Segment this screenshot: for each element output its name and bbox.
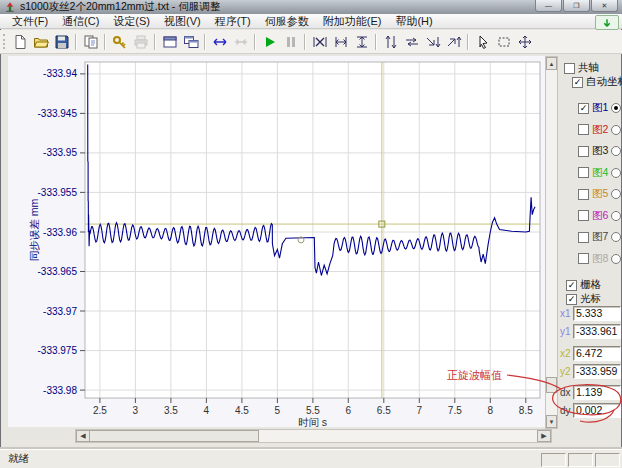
x1-input[interactable]: 5.333 bbox=[573, 306, 621, 321]
series-radio[interactable] bbox=[611, 103, 621, 113]
zoom-fit-button[interactable] bbox=[309, 32, 330, 52]
menu-item-1[interactable]: 文件(F) bbox=[5, 14, 55, 29]
shift-down-button[interactable] bbox=[422, 32, 443, 52]
series-radio[interactable] bbox=[611, 211, 621, 221]
print-button[interactable] bbox=[130, 32, 151, 52]
dx-input[interactable]: 1.139 bbox=[573, 385, 621, 400]
horizontal-scroll-thumb[interactable] bbox=[89, 430, 259, 442]
checkbox[interactable]: ✓ bbox=[566, 280, 577, 291]
menu-item-4[interactable]: 视图(V) bbox=[157, 14, 208, 29]
series-toggle-图8[interactable]: 图8 bbox=[578, 252, 621, 266]
y-tick-label: -333.98 bbox=[43, 385, 77, 396]
shift-up-button[interactable] bbox=[443, 32, 464, 52]
series-label: 图4 bbox=[592, 166, 608, 180]
toolbar-separator bbox=[154, 34, 156, 50]
checkbox[interactable] bbox=[578, 253, 589, 264]
scroll-left-arrow[interactable]: ◀ bbox=[76, 430, 90, 442]
series-toggle-图7[interactable]: 图7 bbox=[578, 230, 621, 244]
x-tick-label: 3 bbox=[133, 405, 139, 416]
menu-item-2[interactable]: 通信(C) bbox=[55, 14, 106, 29]
vertical-scrollbar[interactable]: ▲ ▼ bbox=[545, 56, 558, 429]
checkbox[interactable] bbox=[564, 63, 575, 74]
green-down-arrow-icon bbox=[602, 18, 612, 28]
copy-button[interactable] bbox=[80, 32, 101, 52]
horizontal-scrollbar[interactable]: ◀ ▶ bbox=[75, 429, 552, 443]
dy-input[interactable]: 0.002 bbox=[573, 403, 621, 418]
y2-input[interactable]: -333.959 bbox=[573, 364, 621, 379]
pause-button[interactable] bbox=[280, 32, 301, 52]
series-toggle-图1[interactable]: ✓图1 bbox=[578, 101, 621, 115]
open-file-icon bbox=[33, 34, 49, 50]
scroll-down-arrow[interactable]: ▼ bbox=[546, 415, 557, 428]
window-title: s1000攻丝2个20mm12mm过.txt - 伺服调整 bbox=[20, 0, 220, 14]
cursor-checkbox[interactable]: ✓光标 bbox=[566, 292, 601, 306]
minimize-button[interactable]: — bbox=[535, 0, 562, 12]
save-file-button[interactable] bbox=[51, 32, 72, 52]
menu-item-5[interactable]: 程序(T) bbox=[208, 14, 258, 29]
collapse-horizontal-button[interactable] bbox=[230, 32, 251, 52]
coaxial-checkbox[interactable]: 共轴 bbox=[564, 61, 599, 75]
select-region-button[interactable] bbox=[493, 32, 514, 52]
axis-scale-x-button[interactable] bbox=[401, 32, 422, 52]
series-toggle-图2[interactable]: 图2 bbox=[578, 123, 621, 137]
new-file-button[interactable] bbox=[9, 32, 30, 52]
key-button[interactable] bbox=[109, 32, 130, 52]
series-radio[interactable] bbox=[611, 254, 621, 264]
checkbox[interactable]: ✓ bbox=[566, 294, 577, 305]
series-toggle-图5[interactable]: 图5 bbox=[578, 187, 621, 201]
y1-input[interactable]: -333.961 bbox=[573, 324, 621, 339]
series-label: 图1 bbox=[592, 101, 608, 115]
x-tick-label: 2.5 bbox=[93, 405, 107, 416]
checkbox[interactable] bbox=[578, 167, 589, 178]
window-tile-button[interactable] bbox=[159, 32, 180, 52]
checkbox[interactable] bbox=[578, 146, 589, 157]
maximize-button[interactable]: ❐ bbox=[563, 0, 590, 12]
series-radio[interactable] bbox=[611, 232, 621, 242]
series-radio[interactable] bbox=[611, 146, 621, 156]
checkbox[interactable] bbox=[578, 210, 589, 221]
zoom-horizontal-button[interactable] bbox=[330, 32, 351, 52]
series-radio[interactable] bbox=[611, 168, 621, 178]
grid-checkbox[interactable]: ✓栅格 bbox=[566, 278, 601, 292]
axis-scale-y-button[interactable] bbox=[380, 32, 401, 52]
menu-item-3[interactable]: 设定(S) bbox=[106, 14, 157, 29]
scroll-right-arrow[interactable]: ▶ bbox=[537, 430, 551, 442]
collapse-horizontal-icon bbox=[233, 34, 249, 50]
copy-icon bbox=[83, 34, 99, 50]
checkbox[interactable] bbox=[578, 189, 589, 200]
toolbar-separator bbox=[304, 34, 306, 50]
window-cascade-button[interactable] bbox=[180, 32, 201, 52]
zoom-vertical-button[interactable] bbox=[351, 32, 372, 52]
quick-down-button[interactable] bbox=[595, 15, 619, 30]
close-button[interactable]: ✕ bbox=[591, 0, 618, 12]
pan-button[interactable] bbox=[514, 32, 535, 52]
play-button[interactable] bbox=[259, 32, 280, 52]
pan-icon bbox=[517, 34, 533, 50]
menu-item-7[interactable]: 附加功能(E) bbox=[316, 14, 389, 29]
checkbox[interactable]: ✓ bbox=[572, 77, 583, 88]
scroll-up-arrow[interactable]: ▲ bbox=[546, 57, 557, 70]
series-radio[interactable] bbox=[611, 189, 621, 199]
expand-horizontal-button[interactable] bbox=[209, 32, 230, 52]
app-window: s1000攻丝2个20mm12mm过.txt - 伺服调整 — ❐ ✕ 文件(F… bbox=[0, 0, 622, 468]
x2-input[interactable]: 6.472 bbox=[573, 346, 621, 361]
checkbox[interactable]: ✓ bbox=[578, 103, 589, 114]
vertical-scroll-thumb[interactable] bbox=[546, 377, 557, 393]
series-toggle-图4[interactable]: 图4 bbox=[578, 166, 621, 180]
status-cell bbox=[595, 453, 620, 467]
open-file-button[interactable] bbox=[30, 32, 51, 52]
y-tick-label: -333.96 bbox=[43, 227, 77, 238]
x-tick-label: 7 bbox=[417, 405, 423, 416]
series-radio[interactable] bbox=[611, 125, 621, 135]
checkbox-label: 共轴 bbox=[578, 61, 599, 75]
checkbox[interactable] bbox=[578, 124, 589, 135]
checkbox[interactable] bbox=[578, 232, 589, 243]
series-toggle-图6[interactable]: 图6 bbox=[578, 209, 621, 223]
x-tick-label: 8.5 bbox=[519, 405, 533, 416]
series-toggle-图3[interactable]: 图3 bbox=[578, 144, 621, 158]
menu-item-6[interactable]: 伺服参数 bbox=[258, 14, 316, 29]
menu-item-8[interactable]: 帮助(H) bbox=[388, 14, 439, 29]
cursor-arrow-button[interactable] bbox=[472, 32, 493, 52]
auto-axis-checkbox[interactable]: ✓自动坐标 bbox=[572, 75, 622, 89]
y2-label: y2 bbox=[560, 366, 573, 377]
